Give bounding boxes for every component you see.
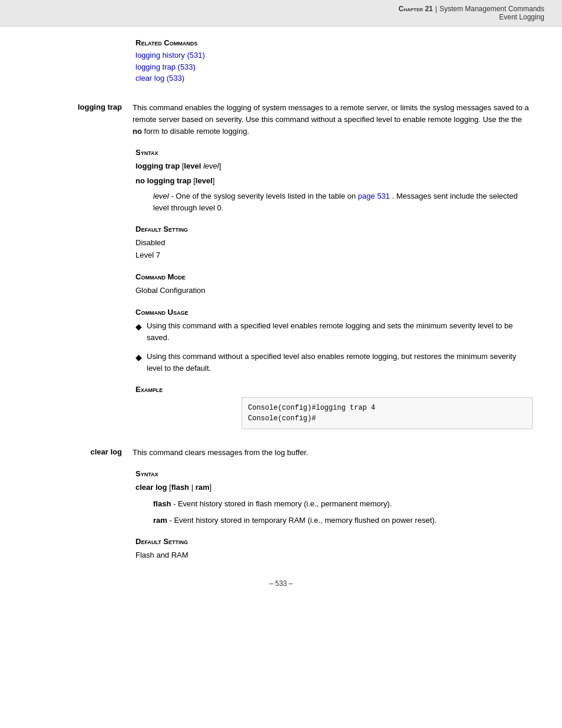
syntax-level-italic: level [201, 162, 219, 170]
syntax-close1: ] [219, 162, 222, 170]
clear-log-bold: clear log [135, 483, 167, 492]
logging-trap-desc-text: This command enables the logging of syst… [133, 103, 529, 124]
clear-log-section: clear log This command clears messages f… [29, 447, 533, 562]
syntax-label: Syntax [135, 148, 533, 157]
usage-item-1: ◆ Using this command with a specified le… [135, 320, 533, 344]
related-commands-section: Related Commands logging history (531) l… [135, 38, 533, 84]
logging-trap-name: logging trap [29, 102, 133, 111]
syntax-level-bold: level [184, 162, 201, 170]
clear-log-syntax-label: Syntax [135, 469, 533, 478]
default-setting-label: Default Setting [135, 225, 533, 233]
clear-log-pipe: | [189, 483, 196, 492]
syntax-logging-trap-bold: logging trap [135, 162, 180, 170]
flash-desc: - Event history stored in flash memory (… [173, 499, 392, 508]
usage-item-2: ◆ Using this command without a specified… [135, 351, 533, 374]
example-label: Example [135, 385, 533, 394]
logging-trap-section: logging trap This command enables the lo… [29, 102, 533, 430]
logging-trap-desc: This command enables the logging of syst… [133, 102, 533, 137]
related-link-3[interactable]: clear log (533) [135, 73, 533, 84]
related-link-2[interactable]: logging trap (533) [135, 61, 533, 73]
clear-log-syntax-line: clear log [flash | ram] [135, 482, 533, 493]
related-commands-label: Related Commands [135, 38, 533, 47]
page: Chapter 21 | System Management Commands … [0, 0, 562, 728]
bullet-1: ◆ [135, 321, 142, 334]
syntax-line-2: no logging trap [level] [135, 175, 533, 187]
command-mode-value: Global Configuration [135, 285, 533, 297]
ram-desc: - Event history stored in temporary RAM … [169, 516, 437, 525]
example-code: Console(config)#logging trap 4 Console(c… [242, 397, 533, 429]
clear-log-default-label: Default Setting [135, 537, 533, 546]
flash-param: flash - Event history stored in flash me… [153, 498, 533, 510]
syntax-bracket2: [ [191, 176, 196, 185]
logging-trap-row: logging trap This command enables the lo… [29, 102, 533, 137]
logging-trap-desc2: form to disable remote logging. [144, 127, 249, 136]
header-separator: | [435, 5, 437, 13]
page-header: Chapter 21 | System Management Commands … [0, 0, 562, 27]
flash-bold: flash [171, 483, 189, 492]
clear-log-bracket-close: ] [210, 483, 212, 492]
default-line2: Level 7 [135, 249, 533, 262]
flash-label: flash [153, 499, 171, 508]
ram-bold: ram [196, 483, 210, 492]
clear-log-row: clear log This command clears messages f… [29, 447, 533, 459]
param-italic: level [153, 192, 169, 200]
chapter-subtitle: Event Logging [499, 13, 544, 21]
syntax-level-bold2: level [196, 176, 213, 185]
clear-log-name: clear log [29, 447, 133, 456]
param-desc-text: - One of the syslog severity levels list… [171, 192, 356, 200]
default-block: Disabled Level 7 [135, 237, 533, 262]
page-number: – 533 – [269, 579, 293, 588]
usage-text-1: Using this command with a specified leve… [147, 320, 533, 344]
bullet-2: ◆ [135, 351, 142, 364]
default-line1: Disabled [135, 237, 533, 249]
command-usage-list: ◆ Using this command with a specified le… [135, 320, 533, 375]
clear-log-default-value: Flash and RAM [135, 549, 533, 562]
command-usage-label: Command Usage [135, 308, 533, 317]
clear-log-syntax-section: Syntax clear log [flash | ram] flash - E… [135, 469, 533, 562]
syntax-no-logging-bold: no logging trap [135, 176, 191, 185]
syntax-close2: ] [213, 176, 215, 185]
usage-text-2: Using this command without a specified l… [147, 351, 533, 374]
syntax-line-1: logging trap [level level] [135, 160, 533, 172]
no-bold: no [133, 127, 142, 136]
command-mode-label: Command Mode [135, 272, 533, 281]
page-content: Related Commands logging history (531) l… [0, 27, 562, 617]
ram-label: ram [153, 516, 167, 525]
param-link[interactable]: page 531 [358, 192, 390, 200]
related-link-1[interactable]: logging history (531) [135, 50, 533, 61]
param-desc: level - One of the syslog severity level… [153, 190, 533, 214]
chapter-label: Chapter 21 [399, 5, 433, 13]
page-footer: – 533 – [29, 579, 533, 599]
chapter-title: System Management Commands [439, 5, 544, 13]
syntax-section: Syntax logging trap [level level] no log… [135, 148, 533, 429]
syntax-block: logging trap [level level] no logging tr… [135, 160, 533, 214]
ram-param: ram - Event history stored in temporary … [153, 515, 533, 526]
clear-log-syntax-block: clear log [flash | ram] flash - Event hi… [135, 482, 533, 526]
clear-log-desc: This command clears messages from the lo… [133, 447, 533, 459]
